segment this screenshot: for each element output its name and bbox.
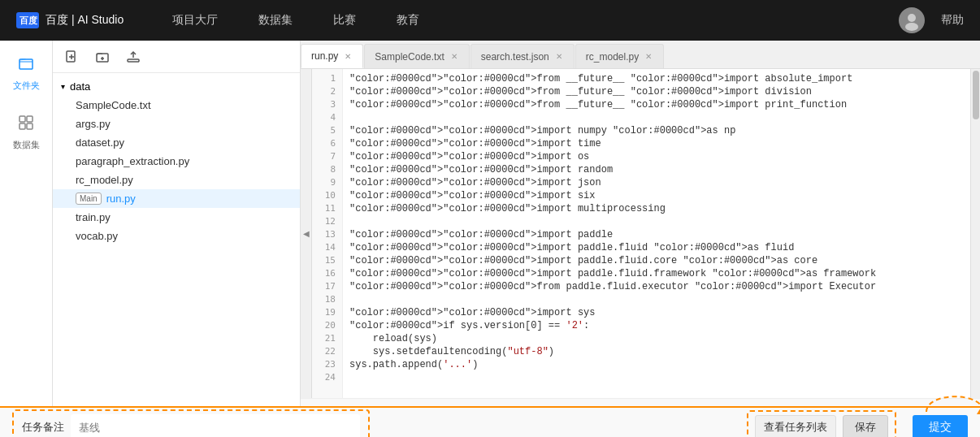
file-list: ▾ data SampleCode.txt args.py dataset.py… — [53, 73, 300, 406]
line-numbers: 123456789101112131415161718192021222324 — [312, 69, 343, 398]
action-dashed-box: 查看任务列表 保存 — [747, 410, 896, 437]
baidu-logo-icon: 百度 — [16, 12, 39, 28]
nav-item-competition[interactable]: 比赛 — [333, 13, 356, 28]
nav-item-projects[interactable]: 项目大厅 — [172, 13, 218, 28]
svg-rect-7 — [27, 116, 33, 122]
submit-button[interactable]: 提交 — [913, 415, 968, 437]
new-folder-button[interactable] — [92, 46, 113, 67]
tab-samplecode-label: SampleCode.txt — [375, 51, 444, 63]
folder-icon — [19, 56, 33, 71]
svg-rect-6 — [20, 116, 25, 122]
nav-item-education[interactable]: 教育 — [397, 13, 419, 28]
tab-searchtest-close[interactable]: ✕ — [554, 51, 564, 62]
file-vocab[interactable]: vocab.py — [53, 227, 300, 245]
svg-rect-8 — [20, 123, 25, 129]
file-dataset[interactable]: dataset.py — [53, 133, 300, 152]
tab-samplecode-close[interactable]: ✕ — [449, 51, 459, 62]
svg-point-3 — [908, 14, 916, 22]
tab-rcmodel-close[interactable]: ✕ — [644, 51, 653, 62]
sidebar: 文件夹 数据集 — [0, 41, 53, 406]
main-badge: Main — [76, 193, 102, 205]
sidebar-datasets-label: 数据集 — [13, 139, 40, 151]
new-file-icon — [65, 50, 78, 63]
sidebar-files[interactable]: 文件夹 — [10, 49, 42, 92]
collapse-handle[interactable]: ◀ — [301, 69, 312, 398]
tab-rcmodel-label: rc_model.py — [586, 51, 639, 63]
file-args[interactable]: args.py — [53, 115, 300, 133]
code-content: ◀ 12345678910111213141516171819202122232… — [301, 69, 980, 398]
main-area: 文件夹 数据集 — [0, 41, 980, 406]
save-button[interactable]: 保存 — [843, 415, 888, 437]
svg-text:百度: 百度 — [20, 15, 38, 25]
upload-button[interactable] — [123, 46, 144, 67]
tab-samplecode[interactable]: SampleCode.txt ✕ — [364, 44, 469, 68]
bottom-bar: 任务备注 查看任务列表 保存 提交 — [0, 406, 980, 437]
file-samplecode[interactable]: SampleCode.txt — [53, 96, 300, 115]
tab-runpy-close[interactable]: ✕ — [343, 51, 353, 62]
new-folder-icon — [96, 50, 109, 63]
tab-rcmodel[interactable]: rc_model.py ✕ — [575, 44, 664, 68]
svg-rect-9 — [27, 123, 33, 129]
upload-icon — [127, 50, 140, 63]
editor-area: run.py ✕ SampleCode.txt ✕ search.test.js… — [301, 41, 980, 406]
file-runpy[interactable]: Main run.py — [53, 189, 300, 208]
nav-item-datasets[interactable]: 数据集 — [258, 13, 293, 28]
view-task-list-button[interactable]: 查看任务列表 — [755, 415, 836, 437]
nav-items: 项目大厅 数据集 比赛 教育 — [172, 13, 899, 28]
svg-rect-5 — [20, 59, 33, 69]
task-input-dashed-box: 任务备注 — [12, 409, 370, 437]
file-run-name: run.py — [106, 193, 136, 205]
tab-searchtest[interactable]: search.test.json ✕ — [470, 44, 575, 68]
new-file-button[interactable] — [61, 46, 82, 67]
svg-rect-16 — [128, 59, 139, 62]
folder-arrow-icon: ▾ — [61, 82, 65, 91]
avatar[interactable] — [899, 7, 925, 33]
file-rcmodel[interactable]: rc_model.py — [53, 171, 300, 189]
task-note-label: 任务备注 — [22, 420, 64, 435]
file-train[interactable]: train.py — [53, 208, 300, 227]
nav-right: 帮助 — [899, 7, 964, 33]
tab-runpy[interactable]: run.py ✕ — [301, 44, 363, 68]
tab-searchtest-label: search.test.json — [481, 51, 549, 63]
file-panel: ▾ data SampleCode.txt args.py dataset.py… — [53, 41, 301, 406]
file-toolbar — [53, 41, 300, 73]
baseline-input[interactable] — [71, 414, 360, 437]
tab-runpy-label: run.py — [311, 50, 338, 62]
horizontal-scrollbar[interactable] — [301, 398, 980, 406]
help-link[interactable]: 帮助 — [941, 13, 964, 28]
code-editor[interactable]: "color:#0000cd">"color:#0000cd">from __f… — [343, 69, 970, 398]
grid-icon — [19, 115, 33, 130]
folder-data[interactable]: ▾ data — [53, 77, 300, 96]
tabs-bar: run.py ✕ SampleCode.txt ✕ search.test.js… — [301, 41, 980, 69]
vertical-scrollbar[interactable] — [970, 69, 980, 398]
folder-name: data — [70, 80, 90, 93]
svg-point-4 — [905, 23, 918, 31]
file-paragraph[interactable]: paragraph_extraction.py — [53, 152, 300, 171]
sidebar-datasets[interactable]: 数据集 — [10, 108, 42, 151]
logo-text: 百度 | AI Studio — [46, 13, 124, 28]
svg-marker-18 — [977, 406, 980, 414]
logo: 百度 百度 | AI Studio — [16, 12, 124, 28]
top-navigation: 百度 百度 | AI Studio 项目大厅 数据集 比赛 教育 帮助 — [0, 0, 980, 41]
scrollbar-thumb[interactable] — [973, 71, 979, 119]
user-avatar-icon — [900, 9, 923, 32]
sidebar-files-label: 文件夹 — [13, 80, 40, 92]
